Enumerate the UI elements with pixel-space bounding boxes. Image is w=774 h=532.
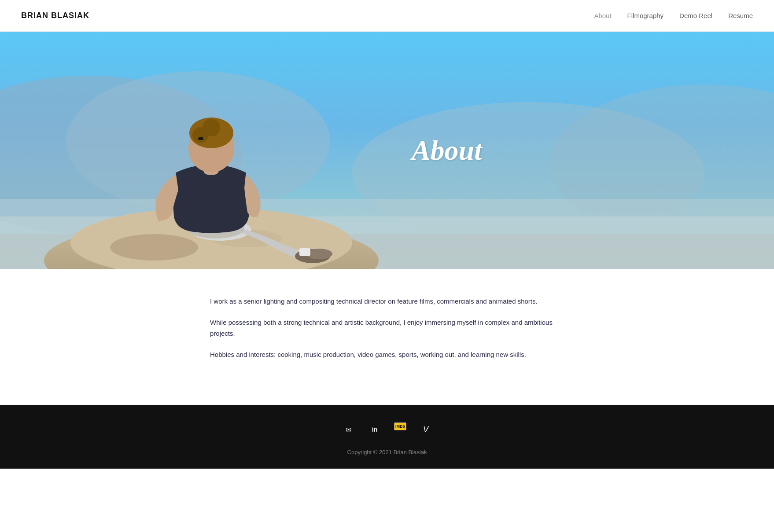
imdb-icon[interactable]: IMDb xyxy=(394,422,406,430)
svg-point-19 xyxy=(203,119,220,136)
hero-background xyxy=(0,32,774,269)
paragraph-1: I work as a senior lighting and composit… xyxy=(210,296,564,307)
vimeo-icon[interactable]: V xyxy=(419,422,433,437)
site-header: BRIAN BLASIAK About Filmography Demo Ree… xyxy=(0,0,774,32)
nav-about[interactable]: About xyxy=(594,12,611,19)
nav-demo-reel[interactable]: Demo Reel xyxy=(679,12,712,19)
linkedin-icon[interactable]: in xyxy=(368,422,382,437)
svg-point-10 xyxy=(110,234,198,260)
hero-section: About xyxy=(0,32,774,269)
nav-resume[interactable]: Resume xyxy=(728,12,753,19)
paragraph-2: While possessing both a strong technical… xyxy=(210,317,564,339)
paragraph-3: Hobbies and interests: cooking, music pr… xyxy=(210,349,564,360)
site-footer: ✉ in IMDb V Copyright © 2021 Brian Blasi… xyxy=(0,405,774,469)
content-section: I work as a senior lighting and composit… xyxy=(189,269,585,405)
main-nav: About Filmography Demo Reel Resume xyxy=(594,12,753,19)
site-title[interactable]: BRIAN BLASIAK xyxy=(21,11,89,20)
email-icon[interactable]: ✉ xyxy=(341,422,355,437)
nav-filmography[interactable]: Filmography xyxy=(627,12,664,19)
hero-title: About xyxy=(412,134,482,167)
svg-rect-23 xyxy=(299,248,310,256)
footer-icons: ✉ in IMDb V xyxy=(0,422,774,437)
footer-copyright: Copyright © 2021 Brian Blasiak xyxy=(0,449,774,455)
svg-rect-20 xyxy=(198,137,203,140)
